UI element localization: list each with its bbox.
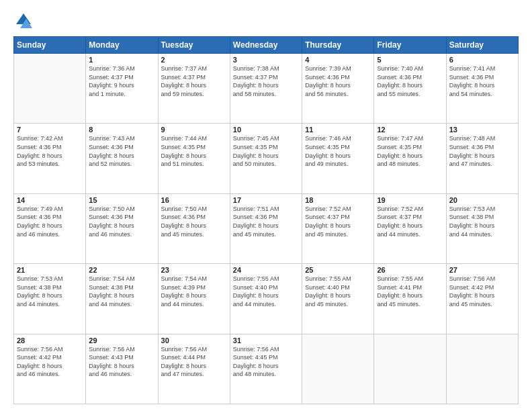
- day-info: Sunrise: 7:55 AM Sunset: 4:40 PM Dayligh…: [233, 275, 299, 308]
- day-number: 12: [377, 126, 443, 134]
- day-info: Sunrise: 7:52 AM Sunset: 4:37 PM Dayligh…: [305, 205, 371, 238]
- calendar-week-row: 14Sunrise: 7:49 AM Sunset: 4:36 PM Dayli…: [14, 193, 519, 263]
- day-number: 16: [161, 196, 227, 204]
- calendar-cell: [14, 54, 86, 124]
- calendar-header-row: SundayMondayTuesdayWednesdayThursdayFrid…: [14, 37, 519, 54]
- day-number: 31: [233, 336, 299, 345]
- day-number: 7: [17, 126, 83, 134]
- day-info: Sunrise: 7:56 AM Sunset: 4:45 PM Dayligh…: [233, 345, 299, 379]
- calendar-cell: [302, 334, 374, 404]
- calendar-cell: 27Sunrise: 7:56 AM Sunset: 4:42 PM Dayli…: [446, 264, 518, 334]
- day-info: Sunrise: 7:39 AM Sunset: 4:36 PM Dayligh…: [305, 64, 371, 98]
- calendar-cell: 11Sunrise: 7:46 AM Sunset: 4:35 PM Dayli…: [302, 124, 374, 193]
- day-info: Sunrise: 7:43 AM Sunset: 4:36 PM Dayligh…: [89, 134, 154, 168]
- header: [13, 11, 519, 31]
- day-info: Sunrise: 7:47 AM Sunset: 4:35 PM Dayligh…: [377, 134, 443, 168]
- calendar-cell: 22Sunrise: 7:54 AM Sunset: 4:38 PM Dayli…: [86, 264, 158, 334]
- day-info: Sunrise: 7:52 AM Sunset: 4:37 PM Dayligh…: [377, 205, 443, 238]
- day-info: Sunrise: 7:56 AM Sunset: 4:42 PM Dayligh…: [17, 345, 83, 379]
- page: SundayMondayTuesdayWednesdayThursdayFrid…: [0, 0, 532, 411]
- day-info: Sunrise: 7:41 AM Sunset: 4:36 PM Dayligh…: [449, 64, 515, 98]
- day-number: 23: [161, 266, 227, 274]
- day-number: 19: [377, 196, 443, 204]
- calendar-cell: 1Sunrise: 7:36 AM Sunset: 4:37 PM Daylig…: [86, 54, 158, 124]
- day-info: Sunrise: 7:45 AM Sunset: 4:35 PM Dayligh…: [233, 134, 299, 168]
- calendar-cell: 24Sunrise: 7:55 AM Sunset: 4:40 PM Dayli…: [230, 264, 302, 334]
- calendar-cell: 3Sunrise: 7:38 AM Sunset: 4:37 PM Daylig…: [230, 54, 302, 124]
- day-number: 15: [89, 196, 154, 204]
- day-number: 20: [449, 196, 515, 204]
- calendar-cell: [446, 334, 518, 404]
- day-number: 28: [17, 336, 83, 345]
- day-info: Sunrise: 7:56 AM Sunset: 4:43 PM Dayligh…: [89, 345, 154, 379]
- calendar-week-row: 21Sunrise: 7:53 AM Sunset: 4:38 PM Dayli…: [14, 264, 519, 334]
- calendar-cell: 14Sunrise: 7:49 AM Sunset: 4:36 PM Dayli…: [14, 193, 86, 263]
- calendar-cell: 9Sunrise: 7:44 AM Sunset: 4:35 PM Daylig…: [158, 124, 230, 193]
- calendar-weekday-sunday: Sunday: [14, 37, 86, 54]
- calendar-cell: 28Sunrise: 7:56 AM Sunset: 4:42 PM Dayli…: [14, 334, 86, 404]
- day-number: 10: [233, 126, 299, 134]
- calendar-cell: 21Sunrise: 7:53 AM Sunset: 4:38 PM Dayli…: [14, 264, 86, 334]
- day-info: Sunrise: 7:42 AM Sunset: 4:36 PM Dayligh…: [17, 134, 83, 168]
- day-info: Sunrise: 7:44 AM Sunset: 4:35 PM Dayligh…: [161, 134, 227, 168]
- calendar-weekday-thursday: Thursday: [302, 37, 374, 54]
- calendar-cell: 4Sunrise: 7:39 AM Sunset: 4:36 PM Daylig…: [302, 54, 374, 124]
- day-info: Sunrise: 7:48 AM Sunset: 4:36 PM Dayligh…: [449, 134, 515, 168]
- calendar-weekday-wednesday: Wednesday: [230, 37, 302, 54]
- logo-icon: [13, 11, 34, 31]
- calendar-cell: 10Sunrise: 7:45 AM Sunset: 4:35 PM Dayli…: [230, 124, 302, 193]
- day-info: Sunrise: 7:56 AM Sunset: 4:42 PM Dayligh…: [449, 275, 515, 308]
- day-number: 18: [305, 196, 371, 204]
- calendar-cell: 31Sunrise: 7:56 AM Sunset: 4:45 PM Dayli…: [230, 334, 302, 404]
- calendar-cell: 23Sunrise: 7:54 AM Sunset: 4:39 PM Dayli…: [158, 264, 230, 334]
- calendar-cell: 16Sunrise: 7:50 AM Sunset: 4:36 PM Dayli…: [158, 193, 230, 263]
- day-info: Sunrise: 7:55 AM Sunset: 4:41 PM Dayligh…: [377, 275, 443, 308]
- calendar-cell: 18Sunrise: 7:52 AM Sunset: 4:37 PM Dayli…: [302, 193, 374, 263]
- day-info: Sunrise: 7:37 AM Sunset: 4:37 PM Dayligh…: [161, 64, 227, 98]
- day-number: 27: [449, 266, 515, 274]
- calendar-cell: 5Sunrise: 7:40 AM Sunset: 4:36 PM Daylig…: [374, 54, 446, 124]
- day-info: Sunrise: 7:53 AM Sunset: 4:38 PM Dayligh…: [449, 205, 515, 238]
- logo: [13, 11, 36, 31]
- day-info: Sunrise: 7:53 AM Sunset: 4:38 PM Dayligh…: [17, 275, 83, 308]
- day-info: Sunrise: 7:46 AM Sunset: 4:35 PM Dayligh…: [305, 134, 371, 168]
- day-number: 13: [449, 126, 515, 134]
- calendar-cell: 29Sunrise: 7:56 AM Sunset: 4:43 PM Dayli…: [86, 334, 158, 404]
- day-number: 3: [233, 56, 299, 64]
- day-number: 30: [161, 336, 227, 345]
- day-number: 25: [305, 266, 371, 274]
- day-number: 21: [17, 266, 83, 274]
- day-info: Sunrise: 7:50 AM Sunset: 4:36 PM Dayligh…: [89, 205, 154, 238]
- calendar-cell: 7Sunrise: 7:42 AM Sunset: 4:36 PM Daylig…: [14, 124, 86, 193]
- day-number: 5: [377, 56, 443, 64]
- calendar-weekday-friday: Friday: [374, 37, 446, 54]
- day-number: 6: [449, 56, 515, 64]
- calendar-cell: 30Sunrise: 7:56 AM Sunset: 4:44 PM Dayli…: [158, 334, 230, 404]
- day-number: 29: [89, 336, 154, 345]
- calendar-cell: 8Sunrise: 7:43 AM Sunset: 4:36 PM Daylig…: [86, 124, 158, 193]
- calendar-cell: 13Sunrise: 7:48 AM Sunset: 4:36 PM Dayli…: [446, 124, 518, 193]
- calendar-cell: 6Sunrise: 7:41 AM Sunset: 4:36 PM Daylig…: [446, 54, 518, 124]
- day-number: 9: [161, 126, 227, 134]
- calendar-week-row: 1Sunrise: 7:36 AM Sunset: 4:37 PM Daylig…: [14, 54, 519, 124]
- calendar-weekday-saturday: Saturday: [446, 37, 518, 54]
- day-info: Sunrise: 7:36 AM Sunset: 4:37 PM Dayligh…: [89, 64, 154, 98]
- calendar-weekday-tuesday: Tuesday: [158, 37, 230, 54]
- day-info: Sunrise: 7:51 AM Sunset: 4:36 PM Dayligh…: [233, 205, 299, 238]
- calendar-cell: 15Sunrise: 7:50 AM Sunset: 4:36 PM Dayli…: [86, 193, 158, 263]
- day-number: 14: [17, 196, 83, 204]
- svg-marker-0: [16, 13, 31, 24]
- calendar-cell: 19Sunrise: 7:52 AM Sunset: 4:37 PM Dayli…: [374, 193, 446, 263]
- calendar-week-row: 7Sunrise: 7:42 AM Sunset: 4:36 PM Daylig…: [14, 124, 519, 193]
- day-info: Sunrise: 7:38 AM Sunset: 4:37 PM Dayligh…: [233, 64, 299, 98]
- calendar-cell: 25Sunrise: 7:55 AM Sunset: 4:40 PM Dayli…: [302, 264, 374, 334]
- day-info: Sunrise: 7:49 AM Sunset: 4:36 PM Dayligh…: [17, 205, 83, 238]
- calendar-cell: 12Sunrise: 7:47 AM Sunset: 4:35 PM Dayli…: [374, 124, 446, 193]
- calendar-weekday-monday: Monday: [86, 37, 158, 54]
- day-info: Sunrise: 7:55 AM Sunset: 4:40 PM Dayligh…: [305, 275, 371, 308]
- day-number: 17: [233, 196, 299, 204]
- calendar-week-row: 28Sunrise: 7:56 AM Sunset: 4:42 PM Dayli…: [14, 334, 519, 404]
- day-number: 1: [89, 56, 154, 64]
- day-number: 22: [89, 266, 154, 274]
- calendar-cell: 20Sunrise: 7:53 AM Sunset: 4:38 PM Dayli…: [446, 193, 518, 263]
